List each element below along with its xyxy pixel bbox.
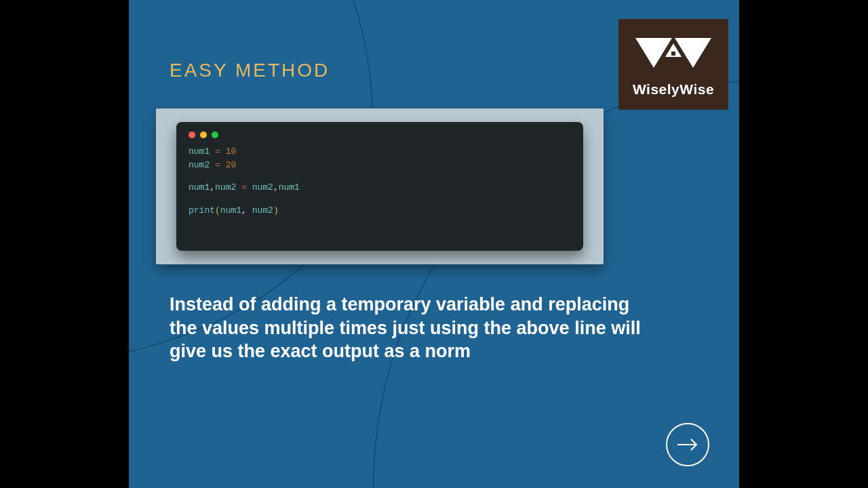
close-icon [189,131,195,138]
window-controls [189,131,571,138]
slide-title: EASY METHOD [170,60,330,81]
code-token: num1 [220,205,241,216]
code-block: num1 = 10 num2 = 20 num1,num2 = num2,num… [189,145,571,217]
code-card: num1 = 10 num2 = 20 num1,num2 = num2,num… [156,108,604,264]
code-token: ( [215,205,220,216]
code-token: , [241,205,252,216]
code-token: ) [273,205,279,216]
code-token: = [210,146,225,157]
arrow-right-icon [676,438,699,451]
code-token: num2 [252,205,273,216]
svg-marker-0 [635,38,672,68]
code-token: num1 [279,182,300,192]
terminal-window: num1 = 10 num2 = 20 num1,num2 = num2,num… [176,122,583,251]
brand-logo: WiselyWise [618,19,728,110]
svg-marker-1 [675,38,711,68]
code-token: num2 [189,160,210,170]
description-text: Instead of adding a temporary variable a… [170,293,658,363]
code-token: 20 [226,160,237,170]
code-token: , [210,182,215,192]
code-token: num1 [189,146,210,157]
code-token: 10 [226,146,237,157]
code-token: num2 [215,182,236,192]
brand-name: WiselyWise [633,81,714,98]
logo-mark-icon [633,35,714,77]
code-token: print [189,205,215,216]
minimize-icon [200,131,207,138]
code-token: = [236,182,252,192]
svg-rect-3 [671,52,675,56]
next-button[interactable] [666,423,709,466]
code-token: , [273,182,279,192]
code-token: num1 [189,182,210,192]
slide: EASY METHOD WiselyWise num1 = 10 num2 = … [129,0,739,488]
code-token: = [210,160,225,170]
maximize-icon [212,131,218,138]
code-token: num2 [252,182,273,192]
